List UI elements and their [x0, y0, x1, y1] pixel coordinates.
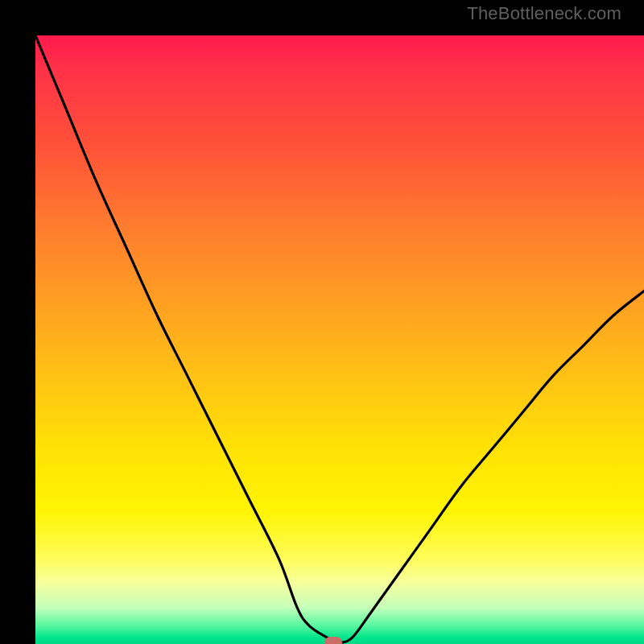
optimal-marker [324, 637, 342, 644]
chart-frame [0, 0, 644, 644]
plot-area [35, 35, 644, 644]
watermark-text: TheBottleneck.com [467, 3, 621, 24]
bottleneck-curve [35, 35, 644, 644]
